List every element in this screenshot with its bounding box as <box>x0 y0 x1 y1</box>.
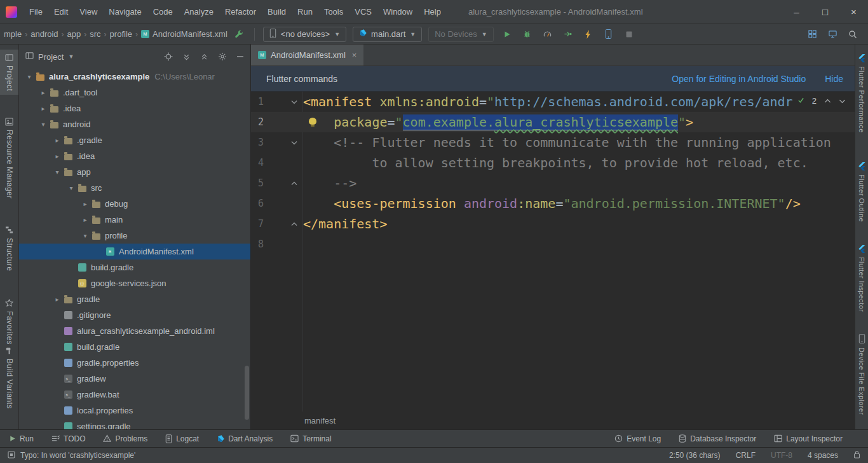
tree-chevron-icon[interactable]: ▸ <box>52 153 62 160</box>
tree-item-androidmanifest-xml[interactable]: MAndroidManifest.xml <box>19 244 250 259</box>
menu-run[interactable]: Run <box>292 0 318 24</box>
code-line-3[interactable]: 3 <!-- Flutter needs it to communicate w… <box>251 132 855 153</box>
flutter-device-selector[interactable]: No Devices ▼ <box>428 27 493 42</box>
tree-item-alura-crashlyticsexample[interactable]: ▾alura_crashlyticsexampleC:\Users\Leonar <box>19 69 250 85</box>
tool-button-project[interactable]: Project <box>0 50 18 95</box>
tree-item-idea[interactable]: ▸.idea <box>19 100 250 116</box>
menu-window[interactable]: Window <box>377 0 418 24</box>
tree-item-main[interactable]: ▸main <box>19 212 250 228</box>
tree-chevron-icon[interactable]: ▾ <box>24 73 34 80</box>
project-structure-button[interactable] <box>802 26 822 43</box>
tree-chevron-icon[interactable]: ▾ <box>38 121 48 128</box>
tree-item-build-gradle[interactable]: build.gradle <box>19 339 250 355</box>
code-line-5[interactable]: 5 --> <box>251 173 855 193</box>
tree-item-gradle[interactable]: ▸gradle <box>19 291 250 307</box>
menu-analyze[interactable]: Analyze <box>179 0 219 24</box>
indent-widget[interactable]: 4 spaces <box>808 451 838 460</box>
tree-item-settings-gradle[interactable]: settings.gradle <box>19 418 250 429</box>
collapse-all-icon[interactable] <box>200 53 208 61</box>
tree-item-gradle-properties[interactable]: gradle.properties <box>19 355 250 371</box>
tree-item-profile[interactable]: ▾profile <box>19 228 250 244</box>
project-view-dropdown[interactable]: Project ▼ <box>25 52 74 62</box>
fold-marker-icon[interactable] <box>264 100 303 104</box>
tool-button-favorites[interactable]: Favorites <box>0 299 18 345</box>
code-line-2[interactable]: 2 package="com.example.alura_crashlytics… <box>251 112 855 132</box>
tree-chevron-icon[interactable]: ▸ <box>38 105 48 112</box>
next-occurrence-button[interactable] <box>839 96 846 106</box>
tree-item-debug[interactable]: ▸debug <box>19 196 250 212</box>
menu-edit[interactable]: Edit <box>48 0 74 24</box>
tree-item-app[interactable]: ▾app <box>19 164 250 180</box>
hide-panel-icon[interactable] <box>236 53 244 60</box>
tree-chevron-icon[interactable]: ▾ <box>52 169 62 176</box>
tool-window-button-logcat[interactable]: Logcat <box>165 434 199 443</box>
tree-chevron-icon[interactable]: ▾ <box>66 184 76 191</box>
tree-chevron-icon[interactable]: ▾ <box>80 232 90 239</box>
code-line-1[interactable]: 1<manifest xmlns:android="http://schemas… <box>251 92 855 112</box>
intention-bulb-icon[interactable] <box>309 118 316 125</box>
tree-item-android[interactable]: ▾android <box>19 116 250 132</box>
code-line-8[interactable]: 8 <box>251 234 855 254</box>
menu-navigate[interactable]: Navigate <box>103 0 147 24</box>
tool-window-button-event-log[interactable]: Event Log <box>614 434 661 443</box>
tool-window-button-database-inspector[interactable]: Database Inspector <box>679 434 756 443</box>
tree-chevron-icon[interactable]: ▸ <box>52 296 62 303</box>
code-line-4[interactable]: 4 to allow setting breakpoints, to provi… <box>251 153 855 173</box>
tool-window-button-problems[interactable]: Problems <box>103 434 147 443</box>
run-button[interactable] <box>497 26 517 43</box>
tool-window-button-dart-analysis[interactable]: Dart Analysis <box>217 434 273 443</box>
breadcrumb-android[interactable]: android <box>29 29 59 39</box>
tab-androidmanifest[interactable]: M AndroidManifest.xml × <box>251 45 363 66</box>
hot-reload-button[interactable] <box>578 26 599 43</box>
tool-window-button-todo[interactable]: TODO <box>51 434 85 443</box>
fold-marker-icon[interactable] <box>264 141 303 145</box>
tree-item-gradlew-bat[interactable]: >_gradlew.bat <box>19 387 250 403</box>
run-config-selector[interactable]: main.dart ▼ <box>353 27 422 42</box>
tree-item-gradle[interactable]: ▸.gradle <box>19 132 250 148</box>
close-tab-icon[interactable]: × <box>352 50 357 60</box>
breadcrumb-src[interactable]: src <box>88 29 102 39</box>
tool-button-flutter-performance[interactable]: Flutter Performance <box>855 54 868 133</box>
tree-item-idea[interactable]: ▸.idea <box>19 148 250 164</box>
tool-window-button-terminal[interactable]: Terminal <box>290 434 331 443</box>
tool-button-resource-manager[interactable]: Resource Manager <box>0 118 18 198</box>
menu-vcs[interactable]: VCS <box>349 0 377 24</box>
tool-button-structure[interactable]: Structure <box>0 226 18 271</box>
code-editor[interactable]: 1<manifest xmlns:android="http://schemas… <box>251 92 855 411</box>
tree-item-google-services-json[interactable]: {}google-services.json <box>19 275 250 291</box>
breadcrumb-androidmanifest-xml[interactable]: MAndroidManifest.xml <box>140 29 229 39</box>
menu-file[interactable]: File <box>24 0 48 24</box>
attach-debugger-button[interactable] <box>558 26 578 43</box>
breadcrumb-profile[interactable]: profile <box>109 29 133 39</box>
open-in-android-studio-link[interactable]: Open for Editing in Android Studio <box>672 74 806 84</box>
fold-marker-icon[interactable] <box>264 222 303 226</box>
tool-button-flutter-inspector[interactable]: Flutter Inspector <box>855 245 868 312</box>
tree-item-gitignore[interactable]: .gitignore <box>19 307 250 323</box>
stop-button[interactable] <box>619 26 639 43</box>
close-button[interactable]: × <box>839 0 868 24</box>
tool-window-button-run[interactable]: Run <box>9 434 34 443</box>
device-screenshot-button[interactable] <box>599 26 619 43</box>
tool-button-flutter-outline[interactable]: Flutter Outline <box>855 162 868 222</box>
locate-file-icon[interactable] <box>164 52 173 61</box>
tree-item-dart-tool[interactable]: ▸.dart_tool <box>19 85 250 100</box>
flutter-pub-get-button[interactable] <box>229 26 249 43</box>
code-line-7[interactable]: 7</manifest> <box>251 214 855 234</box>
settings-icon[interactable] <box>218 52 227 61</box>
expand-all-icon[interactable] <box>182 53 191 61</box>
menu-refactor[interactable]: Refactor <box>219 0 262 24</box>
project-tree-scrollbar[interactable] <box>245 366 249 420</box>
tree-item-src[interactable]: ▾src <box>19 180 250 196</box>
breadcrumb-app[interactable]: app <box>66 29 83 39</box>
tree-item-gradlew[interactable]: >_gradlew <box>19 371 250 387</box>
search-everywhere-button[interactable] <box>843 26 863 43</box>
breadcrumb-manifest[interactable]: manifest <box>304 416 336 425</box>
hide-banner-link[interactable]: Hide <box>825 74 843 84</box>
readonly-lock-icon[interactable] <box>853 450 860 460</box>
tree-item-alura-crashlyticsexample-android-iml[interactable]: alura_crashlyticsexample_android.iml <box>19 323 250 339</box>
tool-button-build-variants[interactable]: Build Variants <box>0 347 18 409</box>
menu-help[interactable]: Help <box>418 0 447 24</box>
tree-chevron-icon[interactable]: ▸ <box>80 216 90 223</box>
breadcrumb-mple[interactable]: mple <box>3 29 23 39</box>
menu-code[interactable]: Code <box>147 0 179 24</box>
